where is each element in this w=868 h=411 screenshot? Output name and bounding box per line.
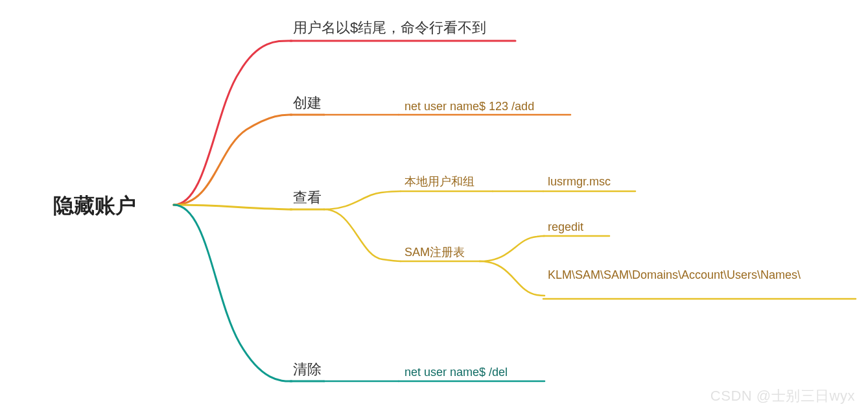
branch-delete: 清除 — [293, 360, 322, 379]
leaf-create-command: net user name$ 123 /add — [405, 99, 534, 114]
branch-view: 查看 — [293, 188, 322, 207]
branch-create: 创建 — [293, 93, 322, 113]
leaf-delete-command: net user name$ /del — [405, 364, 508, 380]
leaf-lusrmgr: lusrmgr.msc — [548, 174, 611, 189]
leaf-registry-path: KLM\SAM\SAM\Domains\Account\Users\Names\ — [548, 267, 852, 283]
branch-hidden-username: 用户名以$结尾，命令行看不到 — [293, 18, 486, 38]
root-node: 隐藏账户 — [53, 192, 136, 220]
leaf-regedit: regedit — [548, 219, 583, 235]
watermark: CSDN @士别三日wyx — [710, 386, 855, 406]
node-local-users-and-groups: 本地用户和组 — [405, 174, 475, 189]
node-sam-registry: SAM注册表 — [405, 244, 465, 260]
